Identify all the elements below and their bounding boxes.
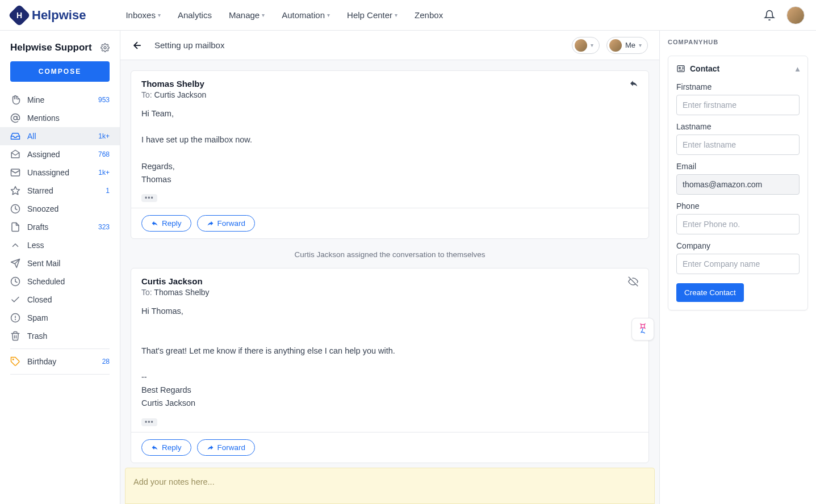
reply-icon[interactable] [629, 79, 638, 99]
trash-icon [10, 331, 20, 341]
sidebar-tag-birthday[interactable]: Birthday 28 [0, 352, 120, 371]
notes-input[interactable]: Add your notes here... [125, 468, 655, 504]
inbox-icon [10, 131, 20, 141]
sidebar-tag-count: 28 [102, 358, 110, 366]
to-label: To: [141, 288, 152, 297]
email-field[interactable] [676, 174, 800, 195]
assistant-fab[interactable] [631, 318, 654, 341]
contact-header: Contact [690, 64, 719, 73]
sidebar-item-label: Closed [27, 295, 110, 304]
company-label: Company [676, 241, 800, 250]
sidebar-item-less[interactable]: Less [0, 236, 120, 254]
nav-item-help-center[interactable]: Help Center▾ [347, 10, 397, 20]
expand-quote-button[interactable]: ••• [141, 418, 157, 426]
message-body: Hi Team, I have set up the mailbox now. … [131, 105, 648, 192]
sidebar-item-spam[interactable]: Spam [0, 309, 120, 327]
message-to: Thomas Shelby [154, 288, 209, 297]
svg-point-12 [679, 67, 681, 69]
sidebar-tag-label: Birthday [27, 357, 95, 366]
firstname-field[interactable] [676, 95, 800, 115]
sidebar-item-label: Trash [27, 331, 110, 341]
nav-item-manage[interactable]: Manage▾ [229, 10, 265, 20]
bell-icon[interactable] [764, 10, 775, 21]
chevron-down-icon: ▾ [395, 12, 397, 18]
watcher-pill[interactable]: ▾ [572, 37, 600, 54]
sidebar-item-drafts[interactable]: Drafts323 [0, 218, 120, 236]
sidebar-item-sent-mail[interactable]: Sent Mail [0, 254, 120, 272]
nav-item-inboxes[interactable]: Inboxes▾ [125, 10, 161, 20]
reply-button[interactable]: Reply [141, 439, 191, 456]
chevron-down-icon: ▾ [327, 12, 330, 18]
nav-item-automation[interactable]: Automation▾ [282, 10, 330, 20]
svg-point-9 [13, 359, 14, 360]
chevron-up-icon [10, 240, 20, 250]
gear-icon[interactable] [101, 43, 110, 52]
collapse-icon[interactable]: ▴ [796, 64, 800, 73]
sidebar-item-label: Snoozed [27, 204, 110, 213]
email-label: Email [676, 162, 800, 171]
alert-icon [10, 313, 20, 323]
expand-quote-button[interactable]: ••• [141, 194, 157, 202]
create-contact-button[interactable]: Create Contact [676, 283, 744, 302]
star-icon [10, 186, 20, 196]
company-field[interactable] [676, 254, 800, 274]
svg-point-0 [104, 47, 106, 49]
visibility-icon[interactable] [628, 276, 638, 297]
logo-mark-icon [8, 4, 31, 27]
clock-icon [10, 204, 20, 214]
sidebar-item-scheduled[interactable]: Scheduled [0, 272, 120, 291]
avatar-icon [609, 39, 622, 52]
integration-title: COMPANYHUB [668, 39, 808, 45]
phone-label: Phone [676, 201, 800, 211]
sidebar-item-count: 1k+ [98, 169, 110, 177]
sidebar-item-label: Mentions [27, 114, 110, 123]
forward-button[interactable]: Forward [197, 439, 256, 456]
sidebar-item-label: Sent Mail [27, 259, 110, 268]
message-card: Curtis Jackson To: Thomas Shelby Hi Thom… [131, 268, 649, 463]
assignee-pill[interactable]: Me ▾ [606, 37, 648, 54]
sidebar-item-assigned[interactable]: Assigned768 [0, 145, 120, 163]
at-icon [10, 113, 20, 123]
top-nav: Helpwise Inboxes▾AnalyticsManage▾Automat… [0, 0, 816, 31]
sidebar-item-closed[interactable]: Closed [0, 291, 120, 309]
back-arrow-icon[interactable] [132, 40, 143, 51]
sidebar-item-label: All [27, 132, 91, 141]
sidebar: Helpwise Support COMPOSE Mine953Mentions… [0, 31, 120, 504]
chevron-down-icon: ▾ [262, 12, 265, 18]
message-from: Thomas Shelby [141, 79, 206, 89]
sidebar-item-starred[interactable]: Starred1 [0, 182, 120, 200]
sidebar-item-mine[interactable]: Mine953 [0, 91, 120, 109]
sidebar-item-count: 953 [98, 96, 110, 104]
phone-field[interactable] [676, 214, 800, 234]
tag-icon [10, 356, 20, 367]
user-avatar[interactable] [786, 6, 805, 24]
svg-point-1 [14, 116, 17, 120]
sidebar-item-mentions[interactable]: Mentions [0, 109, 120, 127]
lastname-field[interactable] [676, 135, 800, 155]
nav-item-zenbox[interactable]: Zenbox [415, 10, 443, 20]
sidebar-item-trash[interactable]: Trash [0, 327, 120, 345]
brand-logo[interactable]: Helpwise [11, 7, 86, 23]
sidebar-item-snoozed[interactable]: Snoozed [0, 200, 120, 218]
sidebar-item-all[interactable]: All1k+ [0, 127, 120, 145]
sidebar-item-count: 768 [98, 150, 110, 158]
right-panel: COMPANYHUB Contact ▴ Firstname Lastname … [660, 31, 816, 504]
avatar-icon [575, 39, 587, 52]
to-label: To: [141, 90, 152, 99]
sidebar-item-label: Assigned [27, 150, 91, 159]
sidebar-item-label: Spam [27, 313, 110, 322]
sidebar-item-unassigned[interactable]: Unassigned1k+ [0, 163, 120, 182]
conversation-title: Setting up mailbox [154, 40, 224, 50]
sidebar-item-count: 323 [98, 223, 110, 231]
mail-open-icon [10, 149, 20, 159]
compose-button[interactable]: COMPOSE [10, 61, 110, 82]
forward-button[interactable]: Forward [197, 215, 256, 232]
brand-name: Helpwise [32, 8, 86, 23]
mail-icon [10, 167, 20, 178]
reply-button[interactable]: Reply [141, 215, 191, 232]
sidebar-item-label: Less [27, 241, 110, 250]
svg-point-8 [15, 320, 16, 320]
conversation-pane: Setting up mailbox ▾ Me ▾ [120, 31, 660, 504]
sidebar-item-label: Unassigned [27, 168, 91, 177]
nav-item-analytics[interactable]: Analytics [178, 10, 212, 20]
